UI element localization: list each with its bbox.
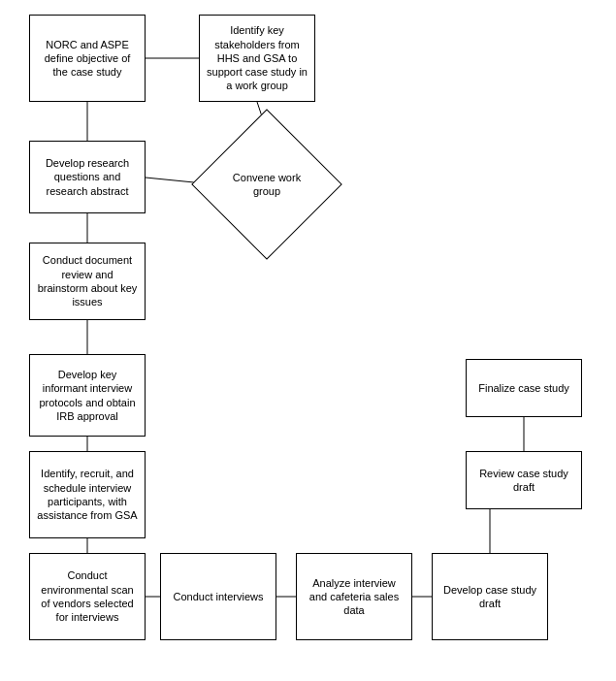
norc-box: NORC and ASPE define objective of the ca… bbox=[29, 15, 146, 102]
diagram: NORC and ASPE define objective of the ca… bbox=[0, 0, 616, 681]
convene-label: Convene work group bbox=[223, 171, 310, 199]
identify-stakeholders-box: Identify key stakeholders from HHS and G… bbox=[199, 15, 315, 102]
finalize-box: Finalize case study bbox=[466, 359, 582, 417]
review-case-box: Review case study draft bbox=[466, 451, 582, 509]
develop-key-box: Develop key informant interview protocol… bbox=[29, 354, 146, 437]
develop-case-box: Develop case study draft bbox=[432, 553, 548, 640]
analyze-box: Analyze interview and cafeteria sales da… bbox=[296, 553, 412, 640]
conduct-env-box: Conduct environmental scan of vendors se… bbox=[29, 553, 146, 640]
convene-diamond: Convene work group bbox=[213, 131, 320, 238]
conduct-document-box: Conduct document review and brainstorm a… bbox=[29, 243, 146, 320]
conduct-interviews-box: Conduct interviews bbox=[160, 553, 276, 640]
identify-recruit-box: Identify, recruit, and schedule intervie… bbox=[29, 451, 146, 538]
develop-research-box: Develop research questions and research … bbox=[29, 141, 146, 213]
